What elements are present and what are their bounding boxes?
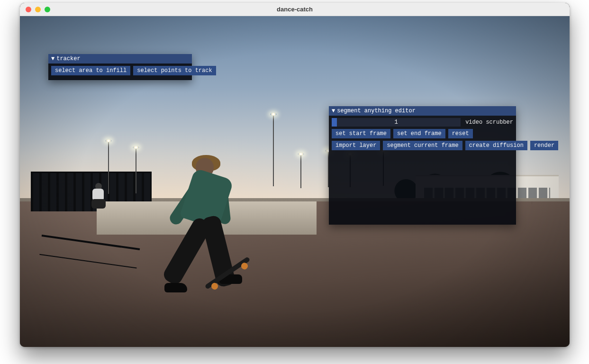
reset-button[interactable]: reset — [448, 129, 473, 138]
video-scrubber-slider[interactable]: 1 — [332, 118, 461, 127]
light-pole — [273, 115, 274, 186]
tracker-panel-title: tracker — [56, 55, 80, 62]
light-pole — [136, 148, 136, 193]
scene-bystander — [89, 183, 108, 209]
segment-editor-header[interactable]: ▼segment anything editor — [329, 106, 516, 116]
light-pole — [108, 142, 109, 194]
collapse-icon[interactable]: ▼ — [51, 55, 54, 62]
set-start-frame-button[interactable]: set start frame — [332, 129, 390, 138]
render-button[interactable]: render — [530, 141, 558, 150]
light-pole — [300, 155, 301, 188]
video-scrubber-label: video scrubber — [465, 119, 513, 126]
import-layer-button[interactable]: import layer — [332, 141, 380, 150]
scene-skater — [168, 155, 244, 297]
segment-editor-panel[interactable]: ▼segment anything editor 1 video scrubbe… — [329, 106, 516, 225]
set-end-frame-button[interactable]: set end frame — [393, 129, 445, 138]
video-scrubber-fill — [332, 118, 337, 127]
window-title: dance-catch — [20, 6, 570, 13]
segment-current-frame-button[interactable]: segment current frame — [383, 141, 462, 150]
app-window: dance-catch — [20, 3, 570, 347]
segment-editor-title: segment anything editor — [337, 108, 416, 114]
titlebar[interactable]: dance-catch — [20, 3, 570, 16]
select-points-to-track-button[interactable]: select points to track — [133, 66, 216, 75]
select-area-to-infill-button[interactable]: select area to infill — [51, 66, 130, 75]
collapse-icon[interactable]: ▼ — [332, 108, 335, 114]
video-scrubber-value: 1 — [394, 119, 398, 126]
tracker-panel[interactable]: ▼tracker select area to infill select po… — [48, 54, 192, 80]
tracker-panel-header[interactable]: ▼tracker — [48, 54, 192, 64]
video-viewport[interactable]: ▼tracker select area to infill select po… — [20, 16, 570, 347]
create-diffusion-button[interactable]: create diffusion — [465, 141, 527, 150]
